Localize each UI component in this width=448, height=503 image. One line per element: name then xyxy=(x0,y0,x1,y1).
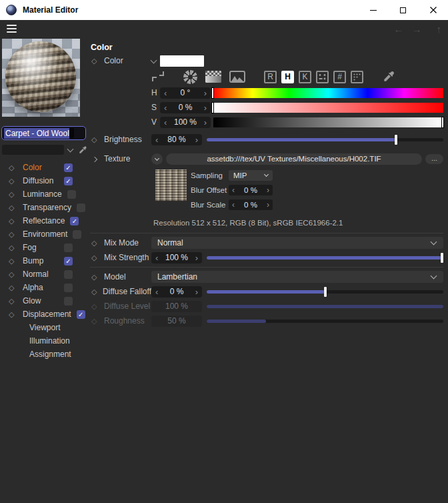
slider-handle[interactable] xyxy=(395,135,397,145)
close-button[interactable] xyxy=(418,0,448,20)
increment-icon[interactable]: › xyxy=(204,89,207,97)
reflectance-checkbox[interactable]: ✓ xyxy=(70,217,79,225)
forward-icon[interactable]: → xyxy=(412,24,422,34)
alpha-checkbox[interactable] xyxy=(64,284,73,292)
value-spinner[interactable]: ‹ 100 % › xyxy=(160,117,211,128)
blur-scale-spinner[interactable]: ‹ 0 % › xyxy=(229,199,273,210)
increment-icon[interactable]: › xyxy=(195,135,198,144)
sidebar-item-assignment[interactable]: Assignment xyxy=(0,348,87,361)
decrement-icon[interactable]: ‹ xyxy=(164,118,167,127)
normal-checkbox[interactable] xyxy=(64,270,73,279)
minimize-button[interactable] xyxy=(358,0,388,20)
displacement-checkbox[interactable]: ✓ xyxy=(77,310,85,319)
model-select[interactable]: Lambertian xyxy=(151,271,443,283)
preset-select[interactable] xyxy=(2,145,64,155)
gradient-marker[interactable] xyxy=(211,102,214,113)
increment-icon[interactable]: › xyxy=(195,288,198,296)
sidebar-item-illumination[interactable]: Illumination xyxy=(0,334,87,348)
up-icon[interactable]: ↑ xyxy=(437,24,442,34)
gradient-marker[interactable] xyxy=(211,87,214,99)
chevron-down-icon[interactable] xyxy=(151,57,157,63)
sidebar-item-normal[interactable]: ◇ Normal xyxy=(0,268,87,281)
roughness-value: 50 % xyxy=(167,316,185,326)
slider-handle[interactable] xyxy=(441,253,443,263)
hue-spinner[interactable]: ‹ 0 ° › xyxy=(160,87,211,99)
luminance-checkbox[interactable] xyxy=(67,190,76,199)
eyedropper-icon[interactable] xyxy=(78,145,87,155)
sidebar-item-displacement[interactable]: ◇ Displacement ✓ xyxy=(0,308,87,321)
value-gradient-bar[interactable] xyxy=(213,117,443,127)
decrement-icon[interactable]: ‹ xyxy=(232,201,235,209)
hue-gradient-bar[interactable] xyxy=(213,88,443,98)
texture-thumbnail[interactable] xyxy=(155,169,187,201)
mix-mode-select[interactable]: Normal xyxy=(151,237,443,249)
hex-mode-button[interactable]: # xyxy=(333,71,346,83)
image-picker-icon[interactable] xyxy=(229,71,245,83)
slider-handle[interactable] xyxy=(324,287,327,297)
increment-icon[interactable]: › xyxy=(267,201,269,209)
brightness-spinner[interactable]: ‹ 80 % › xyxy=(151,134,202,145)
sidebar-item-transparency[interactable]: ◇ Transparency xyxy=(0,201,87,214)
spectrum-icon[interactable] xyxy=(205,71,221,83)
chevron-down-icon xyxy=(264,172,269,177)
diffusion-checkbox[interactable]: ✓ xyxy=(64,177,73,185)
color-swatch[interactable] xyxy=(160,55,204,67)
blur-offset-spinner[interactable]: ‹ 0 % › xyxy=(229,185,273,195)
saturation-gradient-bar[interactable] xyxy=(213,103,443,113)
decrement-icon[interactable]: ‹ xyxy=(164,89,167,97)
mix-strength-spinner[interactable]: ‹ 100 % › xyxy=(151,252,202,264)
chevron-down-icon[interactable] xyxy=(67,145,74,152)
sidebar-item-viewport[interactable]: Viewport xyxy=(0,321,87,334)
mix-strength-slider[interactable] xyxy=(207,256,443,260)
environment-checkbox[interactable] xyxy=(73,230,81,239)
saturation-spinner[interactable]: ‹ 0 % › xyxy=(160,102,211,113)
increment-icon[interactable]: › xyxy=(195,254,198,262)
color-checkbox[interactable]: ✓ xyxy=(64,163,73,172)
glow-checkbox[interactable] xyxy=(64,297,73,306)
decrement-icon[interactable]: ‹ xyxy=(155,135,158,144)
hsv-mode-button[interactable]: H xyxy=(281,71,294,83)
eyedropper-icon[interactable] xyxy=(382,70,395,83)
expander-icon[interactable] xyxy=(90,154,104,163)
decrement-icon[interactable]: ‹ xyxy=(155,288,158,296)
compact-ui-icon[interactable] xyxy=(151,71,165,82)
sidebar-item-luminance[interactable]: ◇ Luminance xyxy=(0,187,87,201)
sidebar-item-glow[interactable]: ◇ Glow xyxy=(0,294,87,308)
rgb-mode-button[interactable]: R xyxy=(264,71,277,83)
increment-icon[interactable]: › xyxy=(204,118,207,127)
decrement-icon[interactable]: ‹ xyxy=(232,186,235,194)
sidebar-item-environment[interactable]: ◇ Environment xyxy=(0,227,87,241)
sidebar-item-diffusion[interactable]: ◇ Diffusion ✓ xyxy=(0,174,87,187)
value-row: V ‹ 100 % › xyxy=(90,115,443,129)
sidebar-item-alpha[interactable]: ◇ Alpha xyxy=(0,281,87,294)
sidebar-item-bump[interactable]: ◇ Bump ✓ xyxy=(0,254,87,268)
increment-icon[interactable]: › xyxy=(267,186,269,194)
sampling-select[interactable]: MIP xyxy=(229,170,273,181)
decrement-icon[interactable]: ‹ xyxy=(164,103,167,112)
mixer-mode-button[interactable] xyxy=(316,71,329,83)
diffuse-falloff-slider[interactable] xyxy=(207,290,443,294)
transparency-checkbox[interactable] xyxy=(77,203,85,212)
texture-menu-button[interactable] xyxy=(151,153,163,165)
sidebar-item-reflectance[interactable]: ◇ Reflectance ✓ xyxy=(0,214,87,227)
material-name-input[interactable]: Carpet - Old Wool xyxy=(1,126,86,140)
increment-icon[interactable]: › xyxy=(204,103,207,112)
menu-button[interactable] xyxy=(7,25,17,33)
swatches-mode-button[interactable] xyxy=(351,71,363,83)
bump-checkbox[interactable]: ✓ xyxy=(64,257,73,266)
brightness-slider[interactable] xyxy=(207,138,443,141)
material-preview[interactable] xyxy=(2,39,80,117)
diffuse-falloff-spinner[interactable]: ‹ 0 % › xyxy=(151,286,202,298)
back-icon[interactable]: ← xyxy=(394,24,404,34)
browse-button[interactable]: ... xyxy=(425,154,443,164)
decrement-icon[interactable]: ‹ xyxy=(155,254,158,262)
gradient-marker[interactable] xyxy=(441,117,444,128)
sidebar-item-fog[interactable]: ◇ Fog xyxy=(0,241,87,254)
kelvin-mode-button[interactable]: K xyxy=(299,71,311,83)
sidebar-item-color[interactable]: ◇ Color ✓ xyxy=(0,161,87,174)
fog-checkbox[interactable] xyxy=(64,243,73,252)
divider xyxy=(90,267,443,268)
color-wheel-icon[interactable] xyxy=(183,70,197,84)
texture-path-field[interactable]: assetdb:///tex/UV Textures/Miscellaneous… xyxy=(166,153,422,165)
maximize-button[interactable] xyxy=(388,0,418,20)
